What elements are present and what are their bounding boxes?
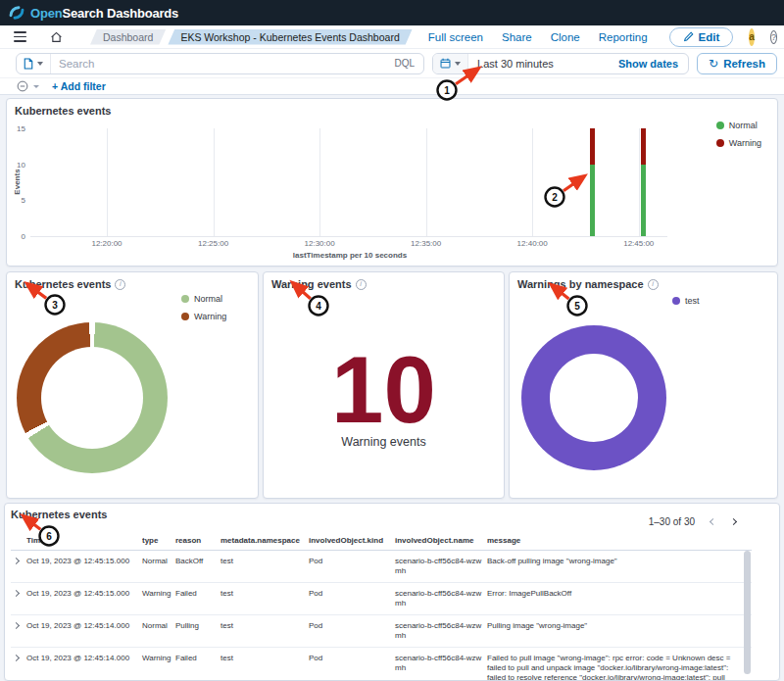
table-cell: scenario-b-cff56c84-wzwmh — [395, 583, 487, 615]
edit-button[interactable]: Edit — [669, 27, 734, 47]
info-icon[interactable]: i — [356, 279, 367, 290]
show-dates-button[interactable]: Show dates — [609, 58, 688, 70]
brand-rest: Search Dashboards — [62, 6, 178, 21]
nav-links: Full screenShareCloneReporting — [428, 31, 648, 43]
legend-item-warning[interactable]: Warning — [716, 138, 761, 148]
dql-toggle[interactable]: DQL — [395, 58, 416, 69]
legend-label: Warning — [194, 312, 226, 321]
donut-chart-events[interactable] — [17, 322, 168, 473]
chevron-right-icon[interactable] — [730, 518, 737, 525]
x-axis-tick: 12:35:00 — [411, 239, 441, 248]
legend-item-warning[interactable]: Warning — [181, 312, 226, 321]
breadcrumb-current[interactable]: EKS Workshop - Kubernetes Events Dashboa… — [168, 29, 412, 45]
bar-segment-warning[interactable] — [641, 128, 646, 165]
vertical-scrollbar[interactable] — [744, 551, 751, 674]
column-header-time[interactable]: Time — [26, 533, 142, 551]
pagination-range: 1–30 of 30 — [649, 516, 695, 527]
bar-segment-normal[interactable] — [641, 165, 646, 236]
panel-title: Kubernetes eventsi — [15, 278, 258, 290]
nav-link-reporting[interactable]: Reporting — [599, 31, 648, 43]
chart-legend: test — [672, 296, 700, 306]
chevron-left-icon[interactable] — [710, 518, 716, 525]
pencil-icon — [683, 31, 694, 42]
column-header-metadata-namespace[interactable]: metadata.namespace — [220, 533, 309, 551]
table-cell: Error: ImagePullBackOff — [487, 583, 752, 615]
legend-item-normal[interactable]: Normal — [716, 121, 761, 130]
expand-row-icon[interactable] — [13, 655, 20, 661]
breadcrumb: DashboardEKS Workshop - Kubernetes Event… — [90, 29, 413, 45]
filter-icon[interactable] — [17, 80, 28, 92]
refresh-button-label: Refresh — [723, 58, 765, 70]
column-header-message[interactable]: message — [487, 533, 752, 551]
home-icon[interactable] — [46, 30, 67, 43]
table-cell: scenario-b-cff56c84-wzwmh — [395, 648, 487, 681]
nav-link-full-screen[interactable]: Full screen — [428, 31, 483, 43]
table-row[interactable]: Oct 19, 2023 @ 12:45:14.000NormalPulling… — [11, 615, 752, 648]
table-cell: Pod — [309, 648, 395, 681]
opensearch-dashboards-app: OpenSearch Dashboards DashboardEKS Works… — [0, 0, 784, 681]
column-header-involvedobject-name[interactable]: involvedObject.name — [395, 533, 487, 551]
panel-title: Warnings by namespacei — [517, 278, 777, 290]
legend-dot-icon — [716, 122, 724, 129]
panel-title: Warning eventsi — [271, 278, 504, 290]
chart-legend: NormalWarning — [181, 294, 226, 321]
breadcrumb-parent[interactable]: Dashboard — [90, 29, 166, 45]
legend-dot-icon — [181, 295, 189, 303]
app-header: OpenSearch Dashboards — [0, 0, 784, 25]
panel-kubernetes-events-histogram: Kubernetes events Events 12:20:0012:25:0… — [6, 98, 778, 267]
gridline — [639, 128, 640, 236]
donut-hole — [550, 354, 638, 442]
table-cell: BackOff — [175, 551, 220, 583]
gridline — [532, 128, 533, 236]
table-row[interactable]: Oct 19, 2023 @ 12:45:15.000NormalBackOff… — [11, 551, 752, 583]
edit-button-label: Edit — [699, 31, 720, 43]
table-row[interactable]: Oct 19, 2023 @ 12:45:15.000WarningFailed… — [11, 583, 752, 615]
pagination: 1–30 of 30 — [649, 516, 736, 527]
x-axis-tick: 12:30:00 — [305, 239, 335, 248]
add-filter-button[interactable]: + Add filter — [52, 80, 106, 92]
nav-link-clone[interactable]: Clone — [551, 31, 580, 43]
info-icon[interactable]: i — [115, 279, 125, 290]
table-row[interactable]: Oct 19, 2023 @ 12:45:14.000WarningFailed… — [11, 648, 752, 681]
metric-caption: Warning events — [264, 435, 504, 449]
dashboard-content: Kubernetes events Events 12:20:0012:25:0… — [0, 95, 784, 681]
time-range-value[interactable]: Last 30 minutes — [468, 58, 609, 70]
table-cell: Normal — [142, 551, 175, 583]
avatar[interactable]: a — [749, 28, 755, 46]
gridline — [426, 128, 427, 236]
gridline — [107, 128, 108, 236]
bar-segment-warning[interactable] — [590, 128, 595, 165]
chart-legend: NormalWarning — [716, 121, 761, 148]
column-header-reason[interactable]: reason — [175, 533, 220, 551]
refresh-button[interactable]: ↻ Refresh — [697, 53, 777, 74]
column-header-involvedobject-kind[interactable]: involvedObject.kind — [309, 533, 395, 551]
nav-link-share[interactable]: Share — [502, 31, 532, 43]
table-cell: scenario-b-cff56c84-wzwmh — [395, 615, 487, 648]
date-picker: Last 30 minutes Show dates — [432, 53, 689, 74]
table-cell: Pulling — [175, 615, 220, 648]
bar-segment-normal[interactable] — [590, 165, 595, 236]
search-input[interactable] — [51, 58, 395, 70]
table-cell: Warning — [142, 648, 175, 681]
calendar-dropdown[interactable] — [433, 54, 468, 73]
chevron-down-icon — [455, 62, 461, 66]
saved-query-menu[interactable] — [17, 54, 51, 73]
column-header-type[interactable]: type — [142, 533, 175, 551]
opensearch-logo-icon[interactable] — [9, 5, 24, 21]
help-icon[interactable]: ? — [770, 30, 777, 44]
info-icon[interactable]: i — [648, 279, 659, 290]
legend-dot-icon — [181, 313, 189, 320]
expander-column-header — [11, 533, 26, 551]
expand-row-icon[interactable] — [13, 558, 20, 564]
table-cell: test — [220, 648, 309, 681]
menu-icon[interactable] — [10, 31, 30, 42]
expand-row-icon[interactable] — [13, 590, 20, 597]
legend-item-test[interactable]: test — [672, 296, 700, 306]
legend-item-normal[interactable]: Normal — [181, 294, 226, 304]
legend-label: test — [685, 296, 700, 306]
brand-title: OpenSearch Dashboards — [30, 6, 178, 21]
legend-label: Normal — [194, 294, 222, 304]
calendar-icon — [440, 58, 451, 69]
donut-chart-namespace[interactable] — [521, 325, 666, 470]
expand-row-icon[interactable] — [13, 622, 20, 629]
